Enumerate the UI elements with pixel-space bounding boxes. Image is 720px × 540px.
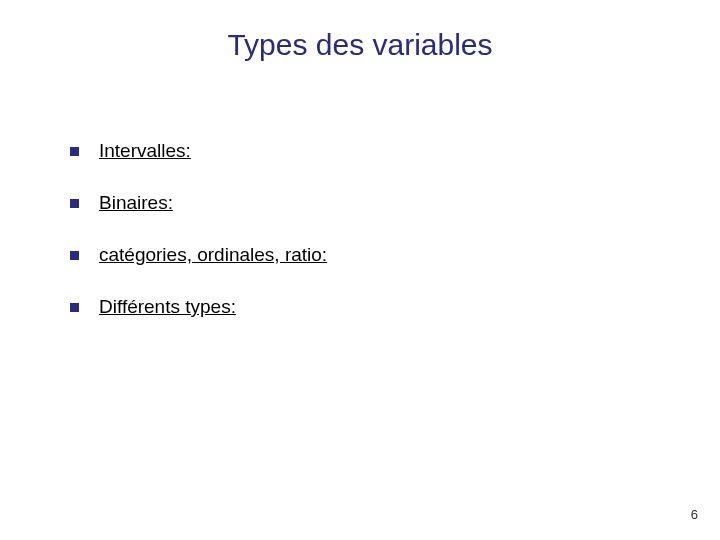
square-bullet-icon — [70, 303, 79, 312]
square-bullet-icon — [70, 147, 79, 156]
list-item-label: catégories, ordinales, ratio: — [99, 244, 327, 266]
bullet-list: Intervalles: Binaires: catégories, ordin… — [70, 140, 327, 348]
page-number: 6 — [691, 507, 698, 522]
list-item-label: Intervalles: — [99, 140, 191, 162]
list-item: Différents types: — [70, 296, 327, 318]
square-bullet-icon — [70, 199, 79, 208]
square-bullet-icon — [70, 251, 79, 260]
page-title: Types des variables — [0, 28, 720, 62]
list-item: Binaires: — [70, 192, 327, 214]
list-item-label: Différents types: — [99, 296, 236, 318]
list-item: catégories, ordinales, ratio: — [70, 244, 327, 266]
list-item-label: Binaires: — [99, 192, 173, 214]
list-item: Intervalles: — [70, 140, 327, 162]
